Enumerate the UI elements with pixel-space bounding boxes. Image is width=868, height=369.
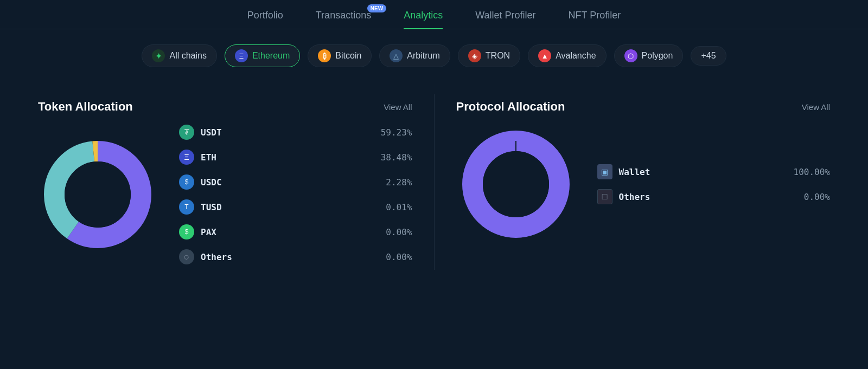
nav-nft-profiler-label: NFT Profiler xyxy=(569,10,621,21)
usdt-pct: 59.23% xyxy=(374,127,412,138)
chain-bitcoin[interactable]: ₿ Bitcoin xyxy=(308,44,372,67)
legend-others-proto: □ Others 0.00% xyxy=(597,189,831,204)
arbitrum-icon: △ xyxy=(390,49,403,62)
main-nav: Portfolio NEW Transactions Analytics Wal… xyxy=(0,0,868,29)
nav-analytics[interactable]: Analytics xyxy=(404,10,443,29)
avalanche-icon: ▲ xyxy=(538,49,551,62)
token-allocation-header: Token Allocation View All xyxy=(38,100,412,114)
svg-point-9 xyxy=(483,151,549,217)
wallet-pct: 100.00% xyxy=(792,167,830,177)
chain-arbitrum[interactable]: △ Arbitrum xyxy=(379,44,450,67)
bitcoin-icon: ₿ xyxy=(318,49,331,62)
nav-nft-profiler[interactable]: NFT Profiler xyxy=(569,10,621,29)
protocol-allocation-legend: ▣ Wallet 100.00% □ Others 0.00% xyxy=(597,164,831,204)
tusd-icon: T xyxy=(179,199,194,215)
token-allocation-view-all[interactable]: View All xyxy=(384,102,412,112)
main-content: Token Allocation View All xyxy=(0,78,868,286)
nav-wallet-profiler[interactable]: Wallet Profiler xyxy=(475,10,535,29)
others-proto-pct: 0.00% xyxy=(792,192,830,202)
allchains-icon: ✦ xyxy=(152,49,165,62)
protocol-allocation-chart-area: ▣ Wallet 100.00% □ Others 0.00% xyxy=(456,125,831,244)
wallet-name: Wallet xyxy=(619,167,786,177)
legend-pax: $ PAX 0.00% xyxy=(179,224,412,239)
pax-pct: 0.00% xyxy=(374,227,412,237)
svg-point-5 xyxy=(65,161,131,228)
ethereum-icon: Ξ xyxy=(235,49,248,62)
protocol-allocation-donut xyxy=(456,125,576,244)
chain-filter: ✦ All chains Ξ Ethereum ₿ Bitcoin △ Arbi… xyxy=(0,29,868,78)
nav-transactions-label: Transactions xyxy=(316,10,371,21)
usdc-name: USDC xyxy=(201,177,368,187)
chain-ethereum-label: Ethereum xyxy=(252,51,290,61)
usdc-pct: 2.28% xyxy=(374,177,412,187)
pax-name: PAX xyxy=(201,227,368,237)
token-allocation-legend: ₮ USDT 59.23% Ξ ETH 38.48% $ USDC 2.28% xyxy=(179,125,412,264)
chain-all-chains-label: All chains xyxy=(169,51,206,61)
transactions-badge: NEW xyxy=(367,4,386,12)
chain-arbitrum-label: Arbitrum xyxy=(407,51,439,61)
legend-usdc: $ USDC 2.28% xyxy=(179,174,412,190)
nav-portfolio[interactable]: Portfolio xyxy=(247,10,283,29)
polygon-icon: ⬡ xyxy=(624,49,637,62)
eth-token-icon: Ξ xyxy=(179,150,194,165)
wallet-icon: ▣ xyxy=(597,164,612,179)
nav-portfolio-label: Portfolio xyxy=(247,10,283,21)
eth-name: ETH xyxy=(201,152,368,163)
token-allocation-chart-area: ₮ USDT 59.23% Ξ ETH 38.48% $ USDC 2.28% xyxy=(38,125,412,264)
nav-transactions[interactable]: NEW Transactions xyxy=(316,10,371,29)
nav-wallet-profiler-label: Wallet Profiler xyxy=(475,10,535,21)
panel-divider xyxy=(434,94,435,270)
chain-tron[interactable]: ◈ TRON xyxy=(458,44,520,67)
chain-polygon-label: Polygon xyxy=(642,51,673,61)
usdc-icon: $ xyxy=(179,174,194,190)
tron-icon: ◈ xyxy=(468,49,481,62)
chain-ethereum[interactable]: Ξ Ethereum xyxy=(225,44,300,67)
protocol-allocation-header: Protocol Allocation View All xyxy=(456,100,831,114)
protocol-allocation-view-all[interactable]: View All xyxy=(802,102,830,112)
legend-tusd: T TUSD 0.01% xyxy=(179,199,412,215)
others-token-icon: ○ xyxy=(179,249,194,264)
chain-all-chains[interactable]: ✦ All chains xyxy=(142,44,216,67)
legend-usdt: ₮ USDT 59.23% xyxy=(179,125,412,140)
token-allocation-title: Token Allocation xyxy=(38,100,133,114)
tusd-name: TUSD xyxy=(201,202,368,212)
token-allocation-donut xyxy=(38,135,157,254)
chain-avalanche-label: Avalanche xyxy=(556,51,596,61)
tusd-pct: 0.01% xyxy=(374,202,412,212)
others-token-pct: 0.00% xyxy=(374,252,412,262)
legend-wallet: ▣ Wallet 100.00% xyxy=(597,164,831,179)
pax-icon: $ xyxy=(179,224,194,239)
usdt-icon: ₮ xyxy=(179,125,194,140)
chain-avalanche[interactable]: ▲ Avalanche xyxy=(528,44,606,67)
others-proto-icon: □ xyxy=(597,189,612,204)
usdt-name: USDT xyxy=(201,127,368,138)
nav-analytics-label: Analytics xyxy=(404,10,443,21)
others-token-name: Others xyxy=(201,252,368,262)
chain-more-label: +45 xyxy=(701,51,716,61)
chain-bitcoin-label: Bitcoin xyxy=(335,51,361,61)
others-proto-name: Others xyxy=(619,192,786,202)
chain-polygon[interactable]: ⬡ Polygon xyxy=(614,44,684,67)
chain-more[interactable]: +45 xyxy=(691,46,726,66)
protocol-allocation-title: Protocol Allocation xyxy=(456,100,565,114)
chain-tron-label: TRON xyxy=(486,51,510,61)
protocol-allocation-panel: Protocol Allocation View All xyxy=(440,94,847,270)
token-allocation-panel: Token Allocation View All xyxy=(22,94,429,270)
legend-others-token: ○ Others 0.00% xyxy=(179,249,412,264)
legend-eth: Ξ ETH 38.48% xyxy=(179,150,412,165)
eth-pct: 38.48% xyxy=(374,152,412,163)
